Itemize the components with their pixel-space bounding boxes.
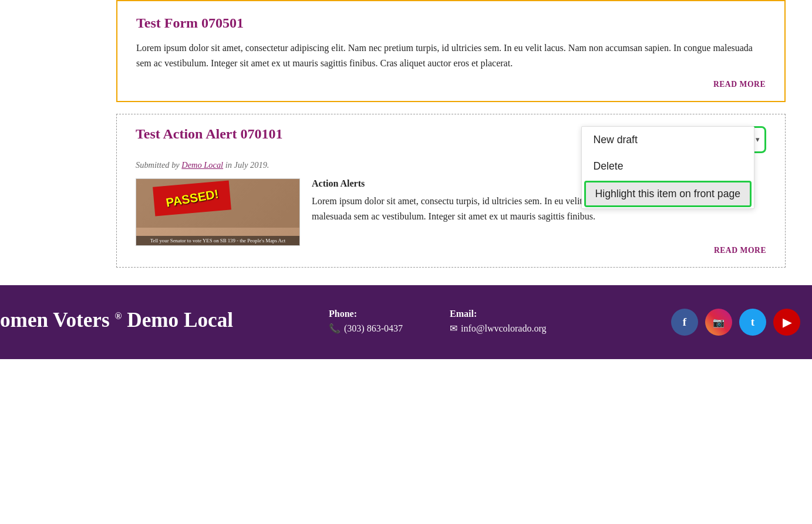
passed-text: PASSED! — [164, 187, 220, 209]
youtube-icon: ▶ — [783, 316, 791, 329]
footer-org-name: omen Voters ® Demo Local — [0, 309, 294, 332]
card-2-title: Test Action Alert 070101 — [136, 126, 282, 142]
chevron-down-icon: ▾ — [756, 135, 760, 144]
card-2: Test Action Alert 070101 ⚙ ▾ Submitted b… — [116, 114, 786, 268]
author-link[interactable]: Demo Local — [181, 160, 223, 170]
footer-phone: Phone: 📞 (303) 863-0437 — [329, 309, 403, 334]
footer-contact: Phone: 📞 (303) 863-0437 Email: ✉ info@lw… — [294, 309, 671, 334]
footer-inner: omen Voters ® Demo Local Phone: 📞 (303) … — [0, 309, 812, 336]
footer-org-suffix: Demo Local — [127, 309, 233, 332]
cards-area: Test Form 070501 Lorem ipsum dolor sit a… — [0, 0, 812, 268]
submitted-text: Submitted by — [136, 160, 181, 170]
card-1-title: Test Form 070501 — [136, 15, 766, 31]
footer-email: Email: ✉ info@lwvcolorado.org — [450, 309, 547, 334]
email-address[interactable]: info@lwvcolorado.org — [461, 323, 547, 334]
youtube-button[interactable]: ▶ — [773, 309, 800, 336]
phone-number[interactable]: (303) 863-0437 — [344, 323, 403, 334]
card-1: Test Form 070501 Lorem ipsum dolor sit a… — [116, 0, 786, 102]
footer-org-prefix: omen Voters ® — [0, 309, 127, 332]
footer: omen Voters ® Demo Local Phone: 📞 (303) … — [0, 285, 812, 359]
phone-icon: 📞 — [329, 323, 341, 334]
dropdown-menu: New draft Delete Highlight this item on … — [581, 126, 754, 209]
image-caption: Tell your Senator to vote YES on SB 139 … — [136, 236, 299, 245]
twitter-icon: t — [751, 316, 754, 329]
dropdown-item-highlight[interactable]: Highlight this item on front page — [584, 181, 752, 207]
card-1-body: Lorem ipsum dolor sit amet, consectetur … — [136, 40, 766, 70]
dropdown-item-delete[interactable]: Delete — [582, 153, 754, 180]
dropdown-item-new-draft[interactable]: New draft — [582, 127, 754, 153]
instagram-icon: 📷 — [713, 317, 725, 328]
card-1-read-more[interactable]: READ MORE — [136, 80, 766, 89]
card-2-image: PASSED! Tell your Senator to vote YES on… — [136, 178, 300, 246]
footer-socials: f 📷 t ▶ — [671, 309, 812, 336]
card-2-read-more[interactable]: READ MORE — [136, 246, 766, 255]
date-text: in July 2019. — [225, 160, 269, 170]
twitter-button[interactable]: t — [739, 309, 766, 336]
footer-phone-label: Phone: — [329, 309, 403, 319]
email-icon: ✉ — [450, 323, 457, 334]
facebook-icon: f — [683, 316, 686, 329]
footer-email-label: Email: — [450, 309, 547, 319]
instagram-button[interactable]: 📷 — [705, 309, 732, 336]
facebook-button[interactable]: f — [671, 309, 698, 336]
footer-phone-value: 📞 (303) 863-0437 — [329, 323, 403, 334]
footer-email-value: ✉ info@lwvcolorado.org — [450, 323, 547, 334]
page-wrapper: Test Form 070501 Lorem ipsum dolor sit a… — [0, 0, 812, 524]
